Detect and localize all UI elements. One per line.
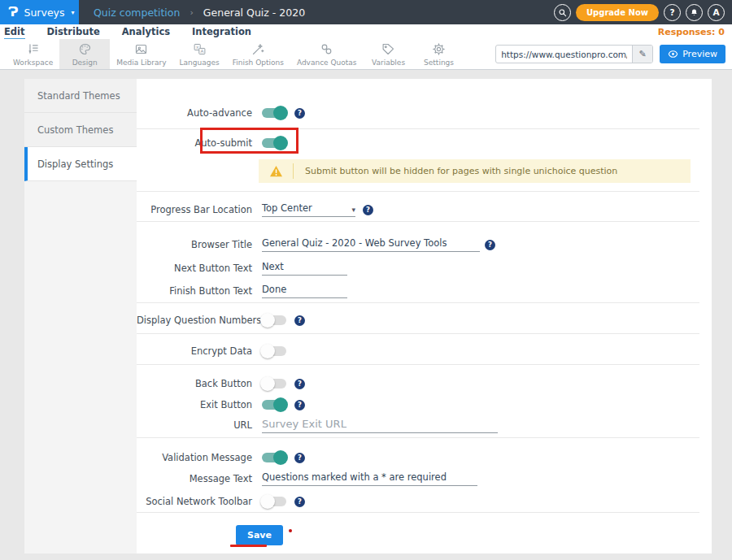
survey-nav-bar: Edit Distribute Analytics Integration Re… (0, 24, 732, 39)
social-network-toolbar-row: Social Network Toolbar ? (137, 492, 702, 511)
toolbar-item-languages[interactable]: x A Languages (173, 39, 226, 69)
divider (137, 128, 699, 129)
back-button-help-icon[interactable]: ? (294, 379, 305, 389)
progress-bar-help-icon[interactable]: ? (363, 205, 373, 215)
warning-triangle-icon (259, 165, 293, 177)
preview-label: Preview (682, 49, 717, 59)
next-button-text-row: Next Button Text (137, 258, 702, 278)
exit-button-row: Exit Button ? (137, 395, 702, 415)
display-settings-panel: Standard Themes Custom Themes Display Se… (24, 79, 712, 553)
annotation-dot (289, 529, 292, 532)
help-menu-icon[interactable]: ? (664, 4, 681, 21)
edit-url-pencil-icon[interactable]: ✎ (632, 46, 652, 63)
survey-url-input[interactable] (496, 50, 632, 59)
exit-button-toggle[interactable] (262, 400, 286, 410)
product-label: Surveys (24, 7, 65, 19)
breadcrumb: Quiz competition › General Quiz - 2020 (94, 7, 305, 19)
divider (137, 364, 699, 365)
translate-icon: x A (193, 42, 207, 56)
divider (137, 221, 699, 222)
divider (137, 302, 699, 303)
auto-advance-help-icon[interactable]: ? (294, 108, 305, 119)
encrypt-data-row: Encrypt Data (137, 341, 702, 361)
upgrade-now-button[interactable]: Upgrade Now (576, 4, 659, 21)
exit-button-help-icon[interactable]: ? (294, 400, 305, 410)
finish-button-text-label: Finish Button Text (137, 285, 252, 297)
image-icon (134, 42, 148, 56)
message-text-row: Message Text (137, 469, 702, 488)
surveys-product-menu[interactable]: Ɂ Surveys ▾ (0, 0, 79, 24)
auto-advance-row: Auto-advance ? (137, 103, 702, 123)
save-button[interactable]: Save (236, 525, 283, 545)
palette-icon (78, 42, 92, 56)
tab-edit[interactable]: Edit (4, 26, 25, 37)
message-text-input[interactable] (262, 471, 477, 486)
toolbar-item-workspace[interactable]: Workspace (7, 39, 59, 69)
toolbar-item-design[interactable]: Design (59, 39, 110, 69)
survey-link-group: ✎ Preview (495, 39, 732, 69)
next-button-text-label: Next Button Text (137, 263, 252, 274)
auto-submit-row: Auto-submit (137, 133, 702, 153)
preview-button[interactable]: Preview (660, 45, 725, 63)
display-question-numbers-row: Display Question Numbers ? (137, 310, 702, 330)
search-icon[interactable] (554, 4, 571, 21)
display-question-numbers-label: Display Question Numbers (137, 315, 252, 326)
divider (137, 333, 699, 334)
chevron-down-icon: ▾ (72, 9, 75, 16)
progress-bar-location-row: Progress Bar Location Top Center ▾ ? (137, 200, 702, 219)
sidebar-item-standard-themes[interactable]: Standard Themes (24, 79, 137, 113)
back-button-row: Back Button ? (137, 374, 702, 393)
sidebar-item-display-settings[interactable]: Display Settings (24, 147, 137, 181)
divider (137, 512, 699, 513)
finish-button-text-row: Finish Button Text (137, 281, 702, 301)
toolbar-item-settings[interactable]: Settings (414, 39, 464, 69)
survey-url-box: ✎ (495, 45, 653, 63)
display-question-numbers-toggle[interactable] (262, 315, 286, 325)
validation-message-toggle[interactable] (262, 453, 286, 462)
browser-title-help-icon[interactable]: ? (485, 240, 495, 250)
encrypt-data-toggle[interactable] (262, 346, 286, 356)
exit-url-input[interactable] (262, 418, 498, 433)
tab-integration[interactable]: Integration (192, 26, 251, 37)
tab-distribute[interactable]: Distribute (47, 26, 100, 37)
sidebar-item-custom-themes[interactable]: Custom Themes (24, 113, 137, 147)
next-button-text-input[interactable] (262, 261, 347, 276)
validation-message-help-icon[interactable]: ? (294, 453, 305, 463)
social-network-toolbar-toggle[interactable] (262, 497, 286, 506)
breadcrumb-workspace[interactable]: Quiz competition (94, 7, 180, 19)
warning-divider (293, 163, 294, 179)
toolbar-item-advance-quotas[interactable]: Advance Quotas (290, 39, 364, 69)
toolbar-item-media-library[interactable]: Media Library (110, 39, 172, 69)
avatar[interactable]: A (708, 4, 725, 21)
tab-analytics[interactable]: Analytics (122, 26, 170, 37)
auto-submit-label: Auto-submit (137, 137, 252, 149)
social-network-toolbar-label: Social Network Toolbar (137, 496, 252, 507)
auto-advance-toggle[interactable] (262, 108, 286, 118)
workspace-icon (26, 42, 40, 56)
edit-toolbar: Workspace Design Media Library x A Langu… (0, 39, 732, 70)
divider (137, 437, 699, 438)
back-button-label: Back Button (137, 378, 252, 389)
top-header-bar: Ɂ Surveys ▾ Quiz competition › General Q… (0, 0, 732, 24)
divider (137, 191, 699, 192)
notifications-bell-icon[interactable] (686, 4, 703, 21)
responses-count[interactable]: Responses: 0 (658, 27, 732, 37)
exit-url-label: URL (137, 419, 252, 431)
toolbar-item-variables[interactable]: Variables (364, 39, 414, 69)
toolbar-item-finish-options[interactable]: Finish Options (226, 39, 290, 69)
progress-bar-location-value: Top Center (262, 202, 312, 214)
progress-bar-location-select[interactable]: Top Center ▾ (262, 202, 355, 217)
finish-button-text-input[interactable] (262, 284, 347, 298)
auto-submit-toggle[interactable] (262, 138, 286, 148)
warning-text: Submit button will be hidden for pages w… (305, 166, 617, 176)
tag-icon (381, 42, 395, 56)
chevron-down-icon: ▾ (351, 206, 355, 214)
back-button-toggle[interactable] (262, 379, 286, 389)
breadcrumb-survey-name: General Quiz - 2020 (203, 7, 305, 19)
display-question-numbers-help-icon[interactable]: ? (294, 315, 305, 326)
questionpro-logo-icon: Ɂ (8, 6, 19, 19)
browser-title-input[interactable] (262, 237, 480, 252)
auto-advance-label: Auto-advance (137, 107, 252, 119)
social-network-toolbar-help-icon[interactable]: ? (294, 497, 305, 507)
gear-icon (432, 42, 446, 56)
